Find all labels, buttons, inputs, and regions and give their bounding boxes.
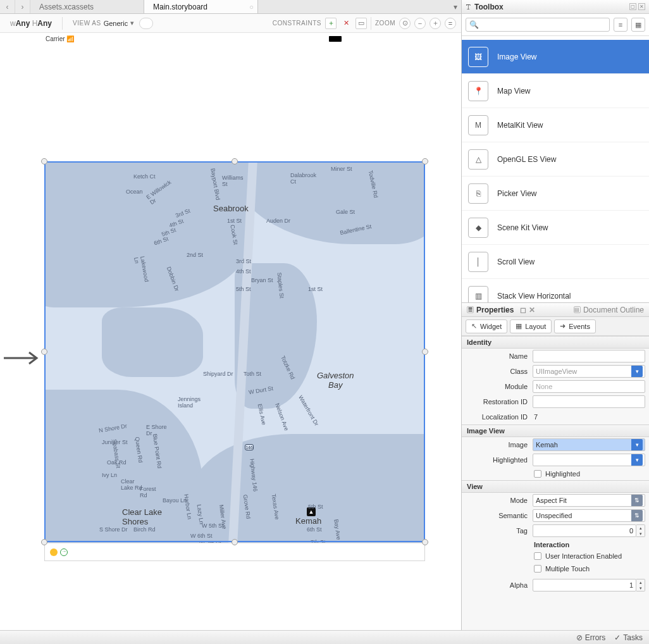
- name-field[interactable]: [533, 350, 645, 362]
- toolbox-search-input[interactable]: 🔍: [466, 18, 610, 32]
- toolbox-header: 𝚃 Toolbox ◻✕: [462, 0, 649, 14]
- tab-label: Main.storyboard: [153, 3, 207, 11]
- section-view: View: [462, 480, 649, 493]
- route-shield-icon: 146: [245, 444, 254, 450]
- cursor-icon: ↖: [471, 322, 477, 330]
- toolbox-item-map-view[interactable]: 📍Map View: [462, 74, 649, 108]
- entry-arrow-icon: [3, 350, 39, 366]
- module-field[interactable]: [533, 380, 645, 393]
- map-label-clearlake: Clear Lake Shores: [122, 507, 162, 526]
- imageview-content[interactable]: Seabrook Galveston Bay Clear Lake Shores…: [45, 162, 424, 543]
- chevron-updown-icon: ⇅: [631, 510, 643, 521]
- tab-properties[interactable]: ☰Properties◻✕: [462, 303, 540, 316]
- zoom-actual-icon[interactable]: =: [445, 18, 456, 29]
- image-combo[interactable]: Kemah▾: [533, 438, 645, 451]
- view-grid-icon[interactable]: ▦: [631, 18, 645, 32]
- toolbox-item-metalkit-view[interactable]: MMetalKit View: [462, 108, 649, 142]
- wifi-icon: 📶: [66, 35, 74, 42]
- zoom-label: ZOOM: [375, 20, 395, 27]
- zoom-fit-icon[interactable]: ⊙: [399, 18, 411, 29]
- class-combo[interactable]: UIImageView▾: [533, 365, 645, 378]
- tab-overflow[interactable]: ▾: [258, 0, 461, 13]
- subtab-widget[interactable]: ↖Widget: [466, 319, 507, 333]
- size-class[interactable]: wAny HAny: [5, 14, 57, 32]
- constraint-add-icon[interactable]: ＋: [325, 18, 337, 29]
- constraint-remove-icon[interactable]: ✕: [340, 18, 352, 29]
- tag-stepper[interactable]: ▴▾: [636, 524, 645, 537]
- toolbox-item-icon: ▥: [468, 286, 488, 303]
- constraint-frames-icon[interactable]: ▭: [355, 18, 367, 29]
- toolbox-item-scene-kit-view[interactable]: ◆Scene Kit View: [462, 211, 649, 245]
- highlighted-combo[interactable]: ▾: [533, 454, 645, 466]
- tab-document-outline[interactable]: ▤Document Outline: [569, 303, 649, 316]
- highlighted-checkbox[interactable]: [534, 470, 541, 478]
- toolbox-item-icon: │: [468, 252, 488, 272]
- map-label: Shipyard Dr: [203, 371, 233, 377]
- scene-dock[interactable]: [45, 543, 424, 560]
- storyboard-canvas[interactable]: Seabrook Galveston Bay Clear Lake Shores…: [0, 33, 461, 630]
- toolbox-item-image-view[interactable]: 🖼Image View: [462, 40, 649, 74]
- toolbox-item-icon: ⎘: [468, 183, 488, 204]
- toolbox-item-scroll-view[interactable]: │Scroll View: [462, 245, 649, 279]
- chevron-updown-icon: ⇅: [631, 495, 643, 506]
- toolbox-item-icon: 🖼: [468, 47, 488, 67]
- chevron-down-icon: ▾: [631, 454, 643, 466]
- toolbox-search-row: 🔍 ≡ ▦: [462, 14, 649, 36]
- tab-assets[interactable]: Assets.xcassets: [30, 0, 144, 13]
- semantic-combo[interactable]: Unspecified⇅: [533, 509, 645, 522]
- toolbox-item-icon: M: [468, 115, 488, 135]
- device-frame[interactable]: Seabrook Galveston Bay Clear Lake Shores…: [44, 161, 425, 561]
- toolbox-item-icon: △: [468, 149, 488, 170]
- first-responder-icon[interactable]: [50, 548, 58, 556]
- section-identity: Identity: [462, 336, 649, 349]
- toolbox-item-label: Scroll View: [497, 257, 535, 266]
- constraints-label: CONSTRAINTS: [273, 20, 321, 27]
- restoration-field[interactable]: [533, 395, 645, 408]
- subtab-events[interactable]: ➜Events: [554, 319, 596, 333]
- toolbox-item-label: OpenGL ES View: [497, 155, 556, 164]
- zoom-out-icon[interactable]: −: [414, 18, 426, 29]
- tag-field[interactable]: [533, 524, 636, 537]
- check-icon: ✓: [614, 633, 621, 642]
- toolbox-item-stack-view-horizontal[interactable]: ▥Stack View Horizontal: [462, 279, 649, 302]
- multitouch-checkbox[interactable]: [534, 565, 541, 573]
- pad-tabs: ☰Properties◻✕ ▤Document Outline: [462, 303, 649, 317]
- close-icon[interactable]: ✕: [529, 306, 535, 314]
- toolbox-item-label: Map View: [497, 87, 530, 96]
- map-label-city: Seabrook: [213, 204, 249, 213]
- close-icon[interactable]: ✕: [638, 3, 645, 10]
- zoom-in-icon[interactable]: ＋: [430, 18, 441, 29]
- toolbox-list[interactable]: 🖼Image View📍Map ViewMMetalKit View△OpenG…: [462, 36, 649, 302]
- uie-checkbox[interactable]: [534, 552, 541, 560]
- errors-pad[interactable]: ⊘Errors: [576, 633, 606, 642]
- alpha-field[interactable]: [533, 579, 636, 591]
- toolbox-item-picker-view[interactable]: ⎘Picker View: [462, 176, 649, 211]
- tab-storyboard[interactable]: Main.storyboard○: [144, 0, 258, 13]
- properties-icon: ☰: [467, 306, 474, 313]
- tab-label: Assets.xcassets: [39, 3, 94, 11]
- tasks-pad[interactable]: ✓Tasks: [614, 633, 643, 642]
- subtab-layout[interactable]: ▦Layout: [510, 319, 552, 333]
- map-label: Jennings Island: [178, 396, 201, 409]
- map-label-kemah: Kemah: [295, 516, 321, 526]
- alpha-stepper[interactable]: ▴▾: [636, 579, 645, 591]
- view-as[interactable]: VIEW AS Generic ▾: [68, 14, 158, 32]
- dock-icon[interactable]: ◻: [520, 306, 526, 314]
- toolbox-item-opengl-es-view[interactable]: △OpenGL ES View: [462, 142, 649, 176]
- toolbox-item-label: Picker View: [497, 189, 536, 198]
- editor-tabs: ‹ › Assets.xcassets Main.storyboard○ ▾: [0, 0, 461, 14]
- toolbox-item-icon: ◆: [468, 218, 488, 238]
- exit-icon[interactable]: [60, 548, 68, 556]
- dock-icon[interactable]: ◻: [629, 3, 636, 10]
- chevron-down-icon: ▾: [631, 439, 643, 450]
- mode-combo[interactable]: Aspect Fit⇅: [533, 494, 645, 507]
- view-list-icon[interactable]: ≡: [614, 18, 627, 32]
- nav-fwd-button[interactable]: ›: [15, 0, 30, 13]
- nav-back-button[interactable]: ‹: [0, 0, 15, 13]
- device-toggle[interactable]: [139, 18, 153, 29]
- localization-value: 7: [533, 413, 538, 421]
- close-icon[interactable]: ○: [249, 3, 254, 11]
- layout-icon: ▦: [516, 322, 522, 330]
- toolbox-item-label: Image View: [497, 53, 536, 61]
- toolbox-item-label: Stack View Horizontal: [497, 292, 571, 300]
